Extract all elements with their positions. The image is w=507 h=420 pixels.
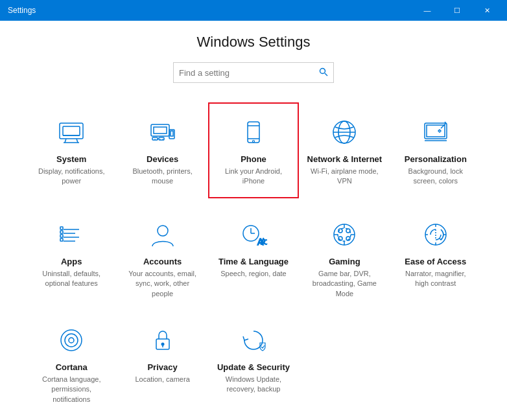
page-title: Windows Settings xyxy=(26,34,481,51)
svg-point-17 xyxy=(162,139,163,140)
setting-personalization[interactable]: Personalization Background, lock screen,… xyxy=(390,102,481,198)
setting-system[interactable]: System Display, notifications, power xyxy=(26,102,117,198)
apps-desc: Uninstall, defaults, optional features xyxy=(34,269,109,289)
setting-access[interactable]: Ease of Access Narrator, magnifier, high… xyxy=(390,205,481,310)
time-desc: Speech, region, date xyxy=(220,269,287,279)
svg-rect-34 xyxy=(60,227,63,229)
svg-rect-35 xyxy=(60,231,63,233)
close-button[interactable]: ✕ xyxy=(472,0,502,21)
accounts-desc: Your accounts, email, sync, work, other … xyxy=(124,269,200,299)
svg-point-21 xyxy=(252,141,254,143)
network-desc: Wi-Fi, airplane mode, VPN xyxy=(307,167,382,187)
svg-point-14 xyxy=(154,139,156,140)
svg-rect-6 xyxy=(63,126,80,135)
setting-privacy[interactable]: Privacy Location, camera xyxy=(117,310,207,416)
access-name: Ease of Access xyxy=(405,257,466,266)
personalization-desc: Background, lock screen, colors xyxy=(398,167,473,187)
svg-point-0 xyxy=(320,68,325,73)
gaming-name: Gaming xyxy=(329,257,360,266)
privacy-icon xyxy=(147,325,178,356)
devices-desc: Bluetooth, printers, mouse xyxy=(124,167,200,187)
phone-desc: Link your Android, iPhone xyxy=(216,167,291,187)
search-input[interactable] xyxy=(179,68,315,78)
cortana-name: Cortana xyxy=(56,362,88,372)
svg-text:文: 文 xyxy=(261,238,267,245)
cortana-desc: Cortana language, permissions, notificat… xyxy=(34,375,109,404)
access-desc: Narrator, magnifier, high contrast xyxy=(398,269,473,289)
main-content: Windows Settings xyxy=(0,21,507,420)
access-icon xyxy=(420,219,451,250)
devices-icon xyxy=(147,117,178,148)
setting-apps[interactable]: Apps Uninstall, defaults, optional featu… xyxy=(26,205,117,310)
svg-point-59 xyxy=(61,330,82,351)
gaming-desc: Game bar, DVR, broadcasting, Game Mode xyxy=(307,269,382,299)
search-icon xyxy=(319,67,328,78)
devices-name: Devices xyxy=(147,154,178,164)
personalization-name: Personalization xyxy=(405,154,467,164)
update-name: Update & Security xyxy=(217,362,290,372)
network-icon xyxy=(329,117,360,148)
privacy-desc: Location, camera xyxy=(135,375,189,384)
phone-name: Phone xyxy=(241,154,266,164)
setting-update[interactable]: Update & Security Windows Update, recove… xyxy=(208,310,299,416)
setting-gaming[interactable]: Gaming Game bar, DVR, broadcasting, Game… xyxy=(299,205,390,310)
personalization-icon xyxy=(420,117,451,148)
system-icon xyxy=(56,117,87,148)
cortana-icon xyxy=(56,325,87,356)
minimize-button[interactable]: — xyxy=(412,0,442,21)
privacy-name: Privacy xyxy=(147,362,177,372)
time-name: Time & Language xyxy=(218,257,289,266)
setting-time[interactable]: A 文 Time & Language Speech, region, date xyxy=(208,205,299,310)
svg-point-63 xyxy=(161,342,164,345)
svg-line-28 xyxy=(441,123,446,128)
svg-line-4 xyxy=(77,139,78,143)
svg-point-60 xyxy=(65,334,78,347)
gaming-icon xyxy=(329,219,360,250)
svg-rect-11 xyxy=(171,131,173,136)
search-container xyxy=(26,62,481,83)
accounts-icon xyxy=(147,219,178,250)
update-desc: Windows Update, recovery, backup xyxy=(216,375,291,395)
svg-point-15 xyxy=(157,139,158,140)
setting-devices[interactable]: Devices Bluetooth, printers, mouse xyxy=(117,102,207,198)
app-title: Settings xyxy=(8,6,36,15)
svg-point-16 xyxy=(159,139,161,140)
search-box xyxy=(173,62,334,83)
setting-accounts[interactable]: Accounts Your accounts, email, sync, wor… xyxy=(117,205,207,310)
svg-rect-36 xyxy=(60,235,63,237)
system-name: System xyxy=(56,154,86,164)
title-bar: Settings — ☐ ✕ xyxy=(0,0,507,21)
setting-network[interactable]: Network & Internet Wi-Fi, airplane mode,… xyxy=(299,102,390,198)
maximize-button[interactable]: ☐ xyxy=(442,0,472,21)
update-icon xyxy=(238,325,269,356)
network-name: Network & Internet xyxy=(307,154,383,164)
svg-line-1 xyxy=(325,73,327,76)
svg-rect-37 xyxy=(60,239,63,241)
setting-phone[interactable]: Phone Link your Android, iPhone xyxy=(208,102,299,198)
settings-grid: System Display, notifications, power xyxy=(26,102,481,310)
svg-point-61 xyxy=(69,338,74,343)
time-icon: A 文 xyxy=(238,219,269,250)
svg-rect-13 xyxy=(159,137,164,140)
svg-point-38 xyxy=(158,226,168,236)
svg-line-3 xyxy=(65,139,66,143)
apps-icon xyxy=(56,219,87,250)
svg-rect-9 xyxy=(154,127,167,134)
setting-cortana[interactable]: Cortana Cortana language, permissions, n… xyxy=(26,310,117,416)
svg-point-45 xyxy=(338,228,351,241)
system-desc: Display, notifications, power xyxy=(34,167,109,187)
window-controls: — ☐ ✕ xyxy=(412,0,502,21)
settings-row-3: Cortana Cortana language, permissions, n… xyxy=(26,310,481,416)
apps-name: Apps xyxy=(61,257,82,266)
phone-icon xyxy=(238,117,269,148)
svg-rect-18 xyxy=(248,122,259,143)
accounts-name: Accounts xyxy=(143,257,182,266)
